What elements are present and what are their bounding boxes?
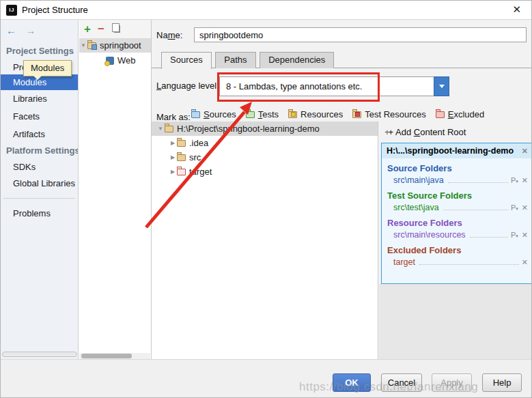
- content-root-header[interactable]: H:\...\springboot-learning-demo ✕: [382, 143, 531, 158]
- title-bar: IJ Project Structure ✕: [1, 1, 531, 20]
- module-tree-item-springboot[interactable]: ▼ springboot: [79, 38, 151, 53]
- web-facet-icon: [106, 57, 114, 65]
- dotted-leader: [419, 264, 519, 265]
- help-button[interactable]: Help: [482, 373, 522, 392]
- tree-row-src[interactable]: ▶ src: [152, 150, 378, 165]
- resource-folder-row[interactable]: src\main\resources P▾ ✕: [382, 229, 531, 240]
- package-prefix-icon[interactable]: P▾: [511, 203, 518, 212]
- excluded-folder-icon: [177, 169, 186, 175]
- module-label: springboot: [100, 40, 141, 51]
- sidebar-item-facets[interactable]: Facets: [13, 111, 40, 122]
- mark-resources-button[interactable]: Resources: [288, 109, 343, 119]
- language-level-combo[interactable]: 8 - Lambdas, type annotations etc.: [219, 76, 449, 96]
- remove-folder-icon[interactable]: ✕: [522, 176, 528, 185]
- expand-icon[interactable]: ▶: [169, 140, 177, 146]
- remove-folder-icon[interactable]: ✕: [522, 231, 528, 240]
- mark-test-resources-button[interactable]: Test Resources: [352, 109, 426, 119]
- tree-row-target[interactable]: ▶ target: [152, 165, 378, 179]
- expand-icon[interactable]: ▶: [169, 154, 177, 160]
- web-facet-label: Web: [117, 55, 136, 66]
- module-folder-icon: [87, 42, 96, 49]
- module-tree-item-web[interactable]: Web: [79, 53, 151, 68]
- mark-excluded-button[interactable]: Excluded: [436, 109, 484, 119]
- language-level-dropdown-button[interactable]: [434, 76, 449, 96]
- modules-toolbar: + −: [79, 20, 151, 38]
- sidebar-horizontal-scrollbar[interactable]: [2, 352, 77, 357]
- package-prefix-icon[interactable]: P▾: [511, 231, 518, 239]
- excluded-folders-heading: Excluded Folders: [382, 240, 531, 256]
- remove-folder-icon[interactable]: ✕: [522, 258, 528, 267]
- resources-folder-icon: [288, 111, 297, 118]
- modules-tooltip: Modules: [23, 60, 72, 76]
- platform-settings-header: Platform Settings: [6, 145, 79, 156]
- tree-row-idea[interactable]: ▶ .idea: [152, 136, 378, 150]
- tab-strip: Sources Paths Dependencies: [152, 52, 531, 68]
- remove-content-root-icon[interactable]: ✕: [522, 147, 528, 156]
- remove-folder-icon[interactable]: ✕: [522, 203, 528, 212]
- module-editor: Name: Sources Paths Dependencies Languag…: [152, 20, 531, 359]
- dotted-leader: [443, 210, 508, 210]
- sidebar-item-global-libraries[interactable]: Global Libraries: [13, 178, 75, 188]
- test-resources-folder-icon: [352, 111, 361, 118]
- test-source-folder-row[interactable]: src\test\java P▾ ✕: [382, 201, 531, 213]
- tree-item-label: .idea: [189, 138, 208, 148]
- excluded-folder-icon: [436, 111, 445, 118]
- nav-back-icon[interactable]: ←: [6, 25, 16, 36]
- modules-panel: + − ▼ springboot Web: [79, 20, 152, 359]
- module-name-input[interactable]: [194, 27, 527, 42]
- name-label: Name:: [156, 30, 182, 40]
- folder-icon: [165, 126, 173, 132]
- tree-item-label: src: [189, 152, 201, 162]
- source-folder-path: src\main\java: [393, 175, 444, 185]
- language-level-label: Language level:: [156, 81, 219, 91]
- excluded-folder-row[interactable]: target ✕: [382, 256, 531, 268]
- sidebar-divider: [3, 198, 75, 199]
- project-settings-header: Project Settings: [6, 46, 74, 56]
- sidebar-item-artifacts[interactable]: Artifacts: [13, 129, 45, 139]
- window-close-icon[interactable]: ✕: [512, 4, 521, 15]
- package-prefix-icon[interactable]: P▾: [511, 176, 518, 184]
- mark-as-label: Mark as:: [156, 112, 191, 122]
- add-module-icon[interactable]: +: [84, 25, 91, 34]
- right-panel-background: [379, 284, 531, 359]
- nav-forward-icon[interactable]: →: [25, 25, 36, 36]
- sidebar-item-libraries[interactable]: Libraries: [13, 94, 47, 104]
- tree-row-root[interactable]: ▼ H:\Project\springboot-learning-demo: [152, 122, 378, 136]
- folder-icon: [177, 140, 186, 147]
- tab-paths[interactable]: Paths: [215, 52, 255, 68]
- tree-root-label: H:\Project\springboot-learning-demo: [177, 124, 320, 134]
- resource-folder-path: src\main\resources: [393, 230, 466, 240]
- test-source-folders-heading: Test Source Folders: [382, 186, 531, 201]
- tests-folder-icon: [246, 111, 255, 118]
- project-structure-dialog: IJ Project Structure ✕ ← → Project Setti…: [0, 0, 532, 398]
- source-folder-row[interactable]: src\main\java P▾ ✕: [382, 174, 531, 186]
- source-folders-heading: Source Folders: [382, 158, 531, 174]
- resource-folders-heading: Resource Folders: [382, 213, 531, 229]
- apply-button[interactable]: Apply: [432, 373, 472, 392]
- add-content-root-button[interactable]: ++ Add Content Root: [384, 127, 466, 137]
- modules-scrollbar-track[interactable]: [79, 353, 150, 359]
- tab-sources[interactable]: Sources: [161, 52, 212, 69]
- copy-module-icon[interactable]: [114, 25, 120, 33]
- excluded-folder-path: target: [393, 257, 415, 267]
- mark-tests-button[interactable]: Tests: [246, 109, 279, 119]
- folder-icon: [177, 154, 186, 161]
- collapse-icon[interactable]: ▼: [79, 42, 87, 48]
- dotted-leader: [470, 237, 508, 238]
- ok-button[interactable]: OK: [333, 373, 371, 392]
- remove-module-icon[interactable]: −: [98, 25, 104, 34]
- chevron-down-icon: [439, 85, 445, 88]
- tree-item-label: target: [189, 167, 212, 177]
- language-level-value[interactable]: 8 - Lambdas, type annotations etc.: [219, 76, 434, 96]
- collapse-icon[interactable]: ▼: [156, 126, 165, 132]
- intellij-logo-icon: IJ: [6, 5, 17, 16]
- sidebar-item-problems[interactable]: Problems: [13, 208, 51, 218]
- modules-scrollbar-thumb[interactable]: [81, 354, 132, 358]
- window-title: Project Structure: [22, 5, 88, 15]
- tab-dependencies[interactable]: Dependencies: [260, 52, 334, 68]
- mark-sources-button[interactable]: Sources: [191, 109, 236, 119]
- dotted-leader: [448, 182, 508, 183]
- cancel-button[interactable]: Cancel: [381, 373, 422, 392]
- expand-icon[interactable]: ▶: [169, 169, 177, 175]
- sidebar-item-sdks[interactable]: SDKs: [13, 162, 36, 172]
